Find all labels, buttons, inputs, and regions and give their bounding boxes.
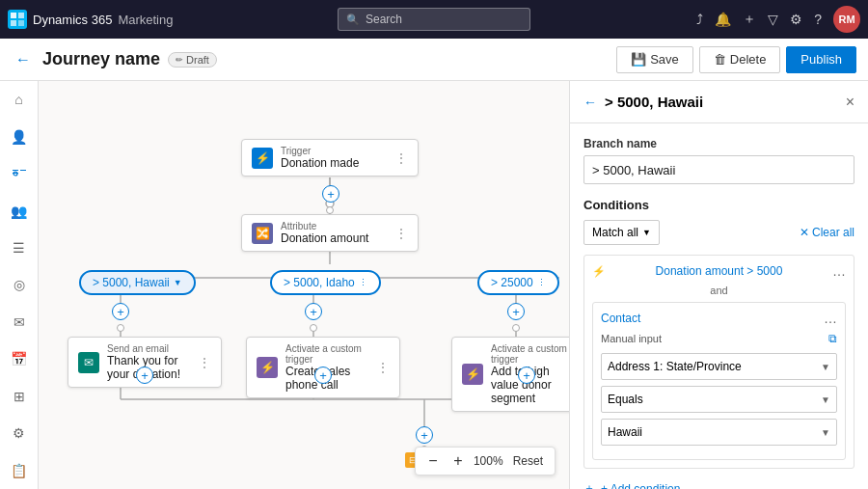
back-button[interactable]: ← <box>12 47 35 72</box>
topbar-right: ⤴ 🔔 ＋ ▽ ⚙ ? RM <box>696 6 860 33</box>
branch-25000-label: > 25000 <box>491 276 533 289</box>
save-button[interactable]: 💾 Save <box>616 46 693 73</box>
filter-icon[interactable]: ▽ <box>768 12 778 27</box>
equals-value: Equals <box>608 393 643 406</box>
trigger-icon: ⚡ <box>252 148 273 169</box>
svg-rect-2 <box>11 20 16 26</box>
draft-badge: ✏ Draft <box>168 52 217 68</box>
journey-content: ⚡ Trigger Donation made ⋮ + 🔀 Attribute … <box>39 81 569 489</box>
panel-back-button[interactable]: ← <box>583 95 597 110</box>
sidebar-item-calendar[interactable]: 📅 <box>8 348 31 369</box>
branch-hawaii-chevron: ▼ <box>174 278 182 287</box>
match-all-button[interactable]: Match all ▼ <box>583 220 660 245</box>
app-name: Dynamics 365 <box>33 13 112 27</box>
zoom-out-button[interactable]: − <box>423 451 443 471</box>
phone-action-menu[interactable]: ⋮ <box>376 360 390 375</box>
add-after-trigger[interactable]: + <box>322 185 339 203</box>
segment-action-icon: ⚡ <box>462 364 483 385</box>
connector-dot-1 <box>326 206 334 214</box>
condition-and-label: and <box>592 285 846 296</box>
svg-rect-0 <box>11 13 16 18</box>
sidebar-item-person[interactable]: 👤 <box>8 125 31 147</box>
dot-hawaii <box>117 324 124 332</box>
add-below-idaho[interactable]: + <box>305 303 322 320</box>
manual-input-icon[interactable]: ⧉ <box>828 332 837 345</box>
sidebar-item-data[interactable]: ⊞ <box>8 386 31 407</box>
clear-all-button[interactable]: ✕ Clear all <box>800 226 854 239</box>
dot-idaho <box>310 324 317 332</box>
journey-title: Journey name <box>42 49 160 69</box>
bookmark-icon[interactable]: 🔔 <box>715 12 731 27</box>
sidebar-item-home[interactable]: ⌂ <box>8 89 31 110</box>
right-panel: ← > 5000, Hawaii × Branch name Condition… <box>569 81 868 489</box>
main-layout: ⌂ 👤 👥 ☰ ◎ ✉ 📅 ⊞ ⚙ 📋 <box>0 81 868 489</box>
sidebar-item-group[interactable]: 👥 <box>8 200 31 221</box>
add-below-25000[interactable]: + <box>507 303 525 320</box>
attribute-node[interactable]: 🔀 Attribute Donation amount ⋮ <box>241 214 419 252</box>
condition-sub-header: Contact … <box>601 311 837 326</box>
sidebar-item-report[interactable]: 📋 <box>8 460 31 481</box>
canvas[interactable]: ⚡ Trigger Donation made ⋮ + 🔀 Attribute … <box>39 81 569 489</box>
attribute-text: Attribute Donation amount <box>281 221 387 245</box>
add-below-hawaii[interactable]: + <box>112 303 129 320</box>
attribute-icon: 🔀 <box>252 223 273 244</box>
condition-row-1: ⚡ Donation amount > 5000 … <box>592 263 846 279</box>
user-avatar[interactable]: RM <box>833 6 860 33</box>
condition-sub-block: Contact … Manual input ⧉ Address 1: Stat… <box>592 302 846 460</box>
email-action-menu[interactable]: ⋮ <box>198 355 211 370</box>
attribute-menu-icon[interactable]: ⋮ <box>394 226 408 241</box>
dot-25000 <box>512 324 520 332</box>
condition-link-1[interactable]: Donation amount > 5000 <box>656 264 783 278</box>
branch-25000[interactable]: > 25000 ⋮ <box>477 270 559 295</box>
address-chevron: ▼ <box>821 362 830 372</box>
action-segment[interactable]: ⚡ Activate a custom trigger Add to high … <box>451 337 569 412</box>
condition-menu-1[interactable]: … <box>832 263 846 279</box>
contact-menu-btn[interactable]: … <box>824 311 837 326</box>
manual-input-row: Manual input ⧉ <box>601 332 837 345</box>
sidebar-item-journey[interactable] <box>8 163 31 184</box>
branch-name-input[interactable] <box>583 155 854 184</box>
search-icon: 🔍 <box>346 14 360 26</box>
zoom-in-button[interactable]: + <box>448 451 468 471</box>
branch-hawaii[interactable]: > 5000, Hawaii ▼ <box>79 270 196 295</box>
zoom-reset-button[interactable]: Reset <box>509 454 547 468</box>
panel-title: > 5000, Hawaii <box>605 94 838 110</box>
add-below-action-email[interactable]: + <box>136 367 153 384</box>
conditions-header: Match all ▼ ✕ Clear all <box>583 220 854 245</box>
equals-dropdown[interactable]: Equals ▼ <box>601 386 837 413</box>
sidebar-item-settings[interactable]: ⚙ <box>8 422 31 444</box>
add-before-exit[interactable]: + <box>416 426 433 444</box>
subheader: ← Journey name ✏ Draft 💾 Save 🗑 Delete P… <box>0 39 868 81</box>
branch-name-field: Branch name <box>583 137 854 184</box>
delete-icon: 🗑 <box>714 52 726 67</box>
search-bar[interactable]: 🔍 Search <box>338 8 530 31</box>
help-icon[interactable]: ? <box>814 12 822 27</box>
branch-idaho[interactable]: > 5000, Idaho ⋮ <box>270 270 381 295</box>
panel-header: ← > 5000, Hawaii × <box>570 81 868 123</box>
publish-button[interactable]: Publish <box>786 46 856 73</box>
branch-25000-chevron: ⋮ <box>537 278 546 287</box>
add-condition-button[interactable]: ＋ + Add condition <box>583 476 680 489</box>
delete-button[interactable]: 🗑 Delete <box>699 46 781 73</box>
plus-icon[interactable]: ＋ <box>743 11 756 28</box>
clear-icon: ✕ <box>800 226 809 239</box>
sidebar-item-target[interactable]: ◎ <box>8 274 31 295</box>
trigger-menu-icon[interactable]: ⋮ <box>394 150 408 166</box>
add-below-action-phone[interactable]: + <box>314 367 332 384</box>
sidebar-item-segment[interactable]: ☰ <box>8 237 31 258</box>
branch-idaho-chevron: ⋮ <box>359 278 367 287</box>
add-below-action-segment[interactable]: + <box>518 367 535 384</box>
hawaii-chevron: ▼ <box>821 427 830 438</box>
share-icon[interactable]: ⤴ <box>696 12 703 27</box>
hawaii-value: Hawaii <box>608 425 642 439</box>
hawaii-dropdown[interactable]: Hawaii ▼ <box>601 419 837 446</box>
sidebar-item-email[interactable]: ✉ <box>8 312 31 333</box>
panel-close-button[interactable]: × <box>846 94 854 111</box>
settings-icon[interactable]: ⚙ <box>790 12 802 27</box>
trigger-node[interactable]: ⚡ Trigger Donation made ⋮ <box>241 139 419 177</box>
app-module: Marketing <box>118 13 173 27</box>
equals-chevron: ▼ <box>821 394 830 405</box>
address-dropdown[interactable]: Address 1: State/Province ▼ <box>601 353 837 380</box>
svg-rect-6 <box>20 170 26 171</box>
contact-label[interactable]: Contact <box>601 312 640 325</box>
